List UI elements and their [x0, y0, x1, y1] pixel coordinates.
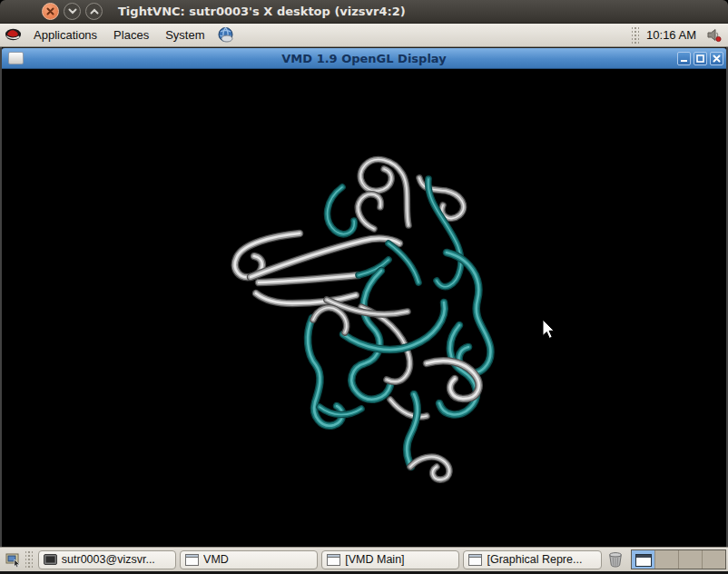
menu-applications[interactable]: Applications	[25, 24, 105, 46]
gnome-panel: Applications Places System 10:16 AM	[0, 24, 728, 47]
redhat-icon	[5, 27, 22, 43]
speaker-muted-icon	[706, 27, 723, 43]
globe-icon	[217, 26, 234, 44]
chevron-down-icon	[68, 8, 77, 15]
menu-system[interactable]: System	[157, 24, 212, 46]
workspace-4[interactable]	[703, 550, 725, 569]
vmd-titlebar[interactable]: VMD 1.9 OpenGL Display	[2, 47, 726, 69]
task-button-label: sutr0003@vizsvr...	[62, 553, 155, 566]
window-icon	[327, 554, 340, 566]
vnc-window-title: TightVNC: sutr0003's X desktop (vizsvr4:…	[118, 5, 406, 18]
task-button-label: [VMD Main]	[345, 553, 404, 566]
vmd-maximize-button[interactable]	[694, 52, 707, 65]
vnc-minimize-button[interactable]	[64, 3, 81, 20]
trash-applet[interactable]	[605, 549, 625, 569]
menu-places[interactable]: Places	[105, 24, 157, 46]
task-button-terminal[interactable]: sutr0003@vizsvr...	[38, 550, 176, 569]
trash-icon	[607, 551, 624, 568]
maximize-icon	[696, 54, 704, 63]
vmd-minimize-button[interactable]	[677, 52, 691, 65]
vmd-close-button[interactable]	[710, 52, 723, 65]
show-desktop-button[interactable]	[4, 549, 24, 569]
window-icon	[468, 554, 482, 566]
opengl-viewport[interactable]	[2, 69, 726, 545]
workspace-3[interactable]	[679, 550, 703, 569]
vmd-opengl-window: VMD 1.9 OpenGL Display	[0, 47, 728, 547]
minimize-icon	[680, 54, 688, 63]
panel-applet-handle	[632, 26, 639, 45]
chevron-up-icon	[90, 8, 99, 15]
workspace-2[interactable]	[655, 550, 679, 569]
workspace-1[interactable]	[632, 550, 655, 569]
show-desktop-icon	[5, 552, 22, 568]
close-icon	[713, 54, 721, 63]
task-button-vmd-main[interactable]: [VMD Main]	[321, 550, 459, 569]
vmd-window-controls	[677, 52, 723, 65]
task-button-vmd[interactable]: VMD	[180, 550, 318, 569]
clock[interactable]: 10:16 AM	[641, 28, 702, 42]
vnc-close-button[interactable]	[42, 3, 59, 20]
task-button-label: VMD	[203, 553, 229, 566]
taskbar: sutr0003@vizsvr... VMD [VMD Main] [Graph…	[0, 547, 728, 571]
terminal-icon	[44, 554, 57, 566]
vnc-maximize-button[interactable]	[85, 3, 103, 20]
workspace-switcher	[631, 549, 726, 569]
mouse-cursor	[543, 320, 554, 339]
close-icon	[46, 7, 54, 15]
task-button-graphical-representations[interactable]: [Graphical Repre...	[463, 550, 601, 569]
vmd-window-title: VMD 1.9 OpenGL Display	[2, 52, 726, 65]
applications-menu-icon[interactable]	[3, 26, 23, 45]
task-button-label: [Graphical Repre...	[487, 553, 582, 566]
window-menu-icon[interactable]	[8, 52, 24, 64]
molecule-ribbons	[2, 69, 726, 545]
window-icon	[185, 554, 199, 566]
vnc-titlebar[interactable]: TightVNC: sutr0003's X desktop (vizsvr4:…	[0, 0, 728, 24]
web-browser-launcher[interactable]	[215, 26, 235, 45]
volume-applet[interactable]	[704, 26, 724, 45]
taskbar-handle	[25, 550, 33, 569]
workspace-window-outline	[635, 554, 652, 567]
